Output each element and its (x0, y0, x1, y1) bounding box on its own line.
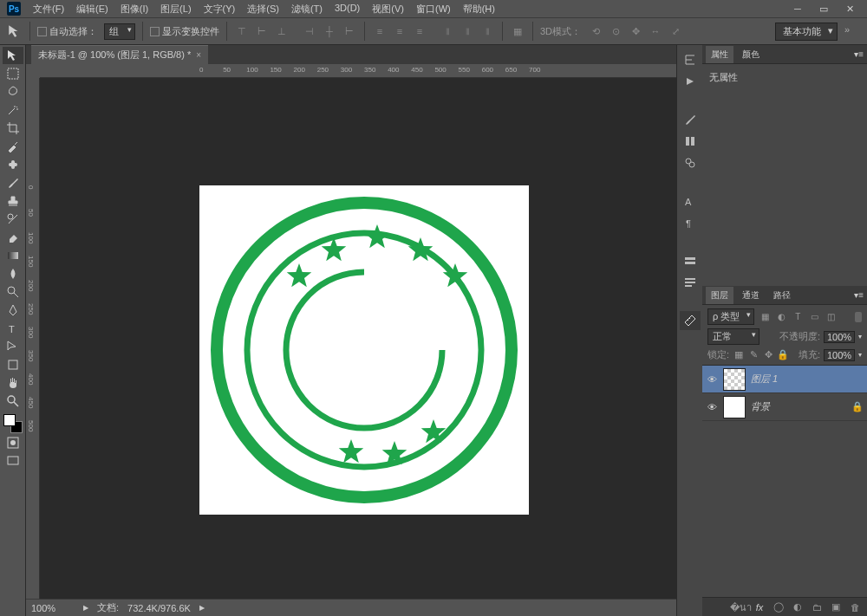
menu-3d[interactable]: 3D(D) (329, 1, 365, 17)
layer-filter-dropdown[interactable]: ρ 类型 (707, 308, 754, 325)
dist-top-icon[interactable]: ≡ (372, 24, 388, 38)
auto-select-dropdown[interactable]: 组 (104, 23, 135, 40)
align-bottom-icon[interactable]: ⊥ (274, 24, 290, 38)
adjustment-layer-icon[interactable]: ◐ (791, 600, 805, 614)
menu-file[interactable]: 文件(F) (28, 1, 69, 17)
dist-vcenter-icon[interactable]: ≡ (392, 24, 407, 38)
menu-help[interactable]: 帮助(H) (458, 1, 500, 17)
quickmask-tool[interactable] (3, 434, 23, 451)
filter-adjust-icon[interactable]: ◐ (774, 311, 788, 323)
align-right-icon[interactable]: ⊢ (342, 24, 357, 38)
auto-align-icon[interactable]: ▦ (510, 24, 525, 38)
dock-history-icon[interactable] (680, 50, 701, 69)
opacity-value[interactable]: 100% (824, 331, 855, 343)
dock-brush-icon[interactable] (680, 110, 701, 129)
dock-paragraph-icon[interactable]: ¶ (680, 213, 701, 232)
dist-bottom-icon[interactable]: ≡ (412, 24, 427, 38)
properties-tab[interactable]: 属性 (706, 46, 733, 63)
dist-hcenter-icon[interactable]: ⦀ (460, 24, 475, 38)
menu-image[interactable]: 图像(I) (115, 1, 153, 17)
layer-thumbnail[interactable] (723, 396, 746, 418)
zoom-level[interactable]: 100% (31, 603, 75, 613)
shape-tool[interactable] (3, 356, 23, 373)
show-transform-checkbox[interactable]: 显示变换控件 (150, 25, 219, 38)
layers-tab[interactable]: 图层 (706, 287, 733, 304)
gradient-tool[interactable] (3, 247, 23, 264)
ruler-vertical[interactable]: 050100150200250300350400450500 (26, 78, 40, 599)
layer-fx-icon[interactable]: fx (753, 600, 766, 614)
fill-arrow-icon[interactable]: ▾ (858, 351, 862, 359)
layer-name[interactable]: 图层 1 (751, 373, 778, 386)
lock-all-icon[interactable]: 🔒 (777, 349, 789, 361)
color-swatches[interactable] (3, 414, 23, 433)
layer-thumbnail[interactable] (723, 368, 746, 391)
current-tool-icon[interactable] (7, 23, 23, 39)
dock-clone-icon[interactable] (680, 153, 701, 172)
stamp-tool[interactable] (3, 192, 23, 210)
dock-brushpresets-icon[interactable] (680, 132, 701, 151)
new-layer-icon[interactable]: ▣ (829, 600, 843, 614)
dock-character-icon[interactable]: A (680, 191, 701, 211)
brush-tool[interactable] (3, 174, 23, 191)
move-tool[interactable] (3, 47, 23, 64)
3d-slide-icon[interactable]: ↔ (648, 24, 663, 38)
channels-tab[interactable]: 通道 (737, 287, 765, 304)
menu-select[interactable]: 选择(S) (242, 1, 284, 17)
panel-menu-icon[interactable]: ▾≡ (854, 49, 864, 59)
heal-tool[interactable] (3, 156, 23, 173)
align-vcenter-icon[interactable]: ⊢ (254, 24, 270, 38)
align-top-icon[interactable]: ⊤ (234, 24, 250, 38)
blend-mode-dropdown[interactable]: 正常 (707, 328, 759, 345)
group-icon[interactable]: 🗀 (810, 600, 824, 614)
hand-tool[interactable] (3, 374, 23, 392)
layer-item-1[interactable]: 👁 图层 1 (702, 366, 867, 393)
layer-item-background[interactable]: 👁 背景 🔒 (702, 393, 867, 421)
lock-trans-icon[interactable]: ▦ (733, 349, 745, 361)
zoom-tool[interactable] (3, 392, 23, 410)
dock-charstyle-icon[interactable] (680, 251, 701, 270)
window-close[interactable]: ✕ (839, 3, 860, 15)
opacity-arrow-icon[interactable]: ▾ (858, 333, 862, 340)
3d-roll-icon[interactable]: ⊙ (608, 24, 623, 38)
lock-pos-icon[interactable]: ✥ (762, 349, 774, 361)
blur-tool[interactable] (3, 265, 23, 282)
layers-menu-icon[interactable]: ▾≡ (854, 290, 864, 300)
menu-layer[interactable]: 图层(L) (155, 1, 196, 17)
color-tab[interactable]: 颜色 (737, 46, 765, 63)
marquee-tool[interactable] (3, 65, 23, 82)
tab-close-icon[interactable]: × (196, 50, 201, 60)
filter-type-icon[interactable]: T (791, 311, 805, 323)
lock-pixels-icon[interactable]: ✎ (747, 349, 759, 361)
auto-select-checkbox[interactable]: 自动选择： (37, 25, 97, 38)
type-tool[interactable]: T (3, 320, 23, 337)
path-select-tool[interactable] (3, 338, 23, 355)
eyedropper-tool[interactable] (3, 138, 23, 155)
history-brush-tool[interactable] (3, 211, 23, 228)
status-menu-icon[interactable]: ▶ (199, 604, 205, 612)
align-hcenter-icon[interactable]: ┼ (322, 24, 337, 38)
window-maximize[interactable]: ▭ (813, 3, 834, 15)
visibility-toggle[interactable]: 👁 (706, 373, 718, 386)
filter-pixel-icon[interactable]: ▦ (758, 311, 772, 323)
paths-tab[interactable]: 路径 (768, 287, 796, 304)
menu-edit[interactable]: 编辑(E) (71, 1, 114, 17)
layer-mask-icon[interactable]: ◯ (772, 600, 786, 614)
3d-orbit-icon[interactable]: ⟲ (588, 24, 603, 38)
menu-view[interactable]: 视图(V) (367, 1, 409, 17)
layer-name[interactable]: 背景 (751, 400, 770, 413)
menu-filter[interactable]: 滤镜(T) (286, 1, 328, 17)
visibility-toggle[interactable]: 👁 (706, 401, 718, 413)
pen-tool[interactable] (3, 302, 23, 319)
canvas[interactable] (199, 185, 529, 515)
filter-toggle[interactable] (855, 312, 862, 322)
3d-scale-icon[interactable]: ⤢ (668, 24, 683, 38)
workspace-switcher[interactable]: 基本功能 (775, 23, 838, 41)
dist-right-icon[interactable]: ⦀ (479, 24, 495, 38)
ruler-origin[interactable] (26, 64, 40, 78)
filter-smart-icon[interactable]: ◫ (824, 311, 838, 323)
menu-type[interactable]: 文字(Y) (199, 1, 241, 17)
3d-pan-icon[interactable]: ✥ (628, 24, 643, 38)
dock-parastyle-icon[interactable] (680, 273, 701, 292)
crop-tool[interactable] (3, 120, 23, 137)
document-tab[interactable]: 未标题-1 @ 100% (图层 1, RGB/8) * × (31, 45, 208, 64)
